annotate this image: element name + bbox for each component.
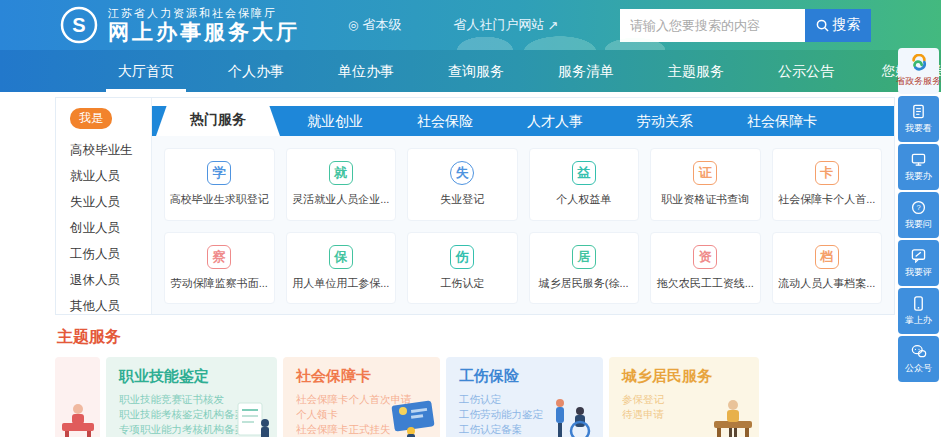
- sidebar-item-other[interactable]: 其他人员: [70, 298, 151, 315]
- bench-person-illustration-icon: [60, 397, 96, 437]
- search-button-label: 搜索: [833, 16, 861, 34]
- portal-page: S 江苏省人力资源和社会保障厅 网上办事服务大厅 ◎ 省本级 省人社门户网站 ↗…: [0, 0, 941, 437]
- archive-doc-icon: 档: [815, 245, 839, 269]
- service-card[interactable]: 益 个人权益单: [529, 148, 640, 221]
- tab-labor-relations[interactable]: 劳动关系: [610, 106, 720, 136]
- main-nav: 大厅首页 个人办事 单位办事 查询服务 服务清单 主题服务 公示公告 您好！请登…: [0, 50, 941, 92]
- theme-card-partial[interactable]: [55, 357, 100, 437]
- location-pin-icon: ◎: [348, 18, 358, 32]
- nav-item-service-list[interactable]: 服务清单: [552, 50, 620, 92]
- service-label: 高校毕业生求职登记: [170, 192, 269, 207]
- theme-card-social-card[interactable]: 社会保障卡 社会保障卡个人首次申请 个人领卡 社会保障卡正式挂失: [283, 357, 440, 437]
- service-card[interactable]: 失 失业登记: [407, 148, 518, 221]
- identity-badge: 我是: [70, 108, 112, 129]
- question-bubble-icon: ?: [911, 200, 926, 215]
- service-card[interactable]: 学 高校毕业生求职登记: [164, 148, 275, 221]
- portal-name: 网上办事服务大厅: [108, 20, 300, 44]
- certificate-person-illustration-icon: [232, 401, 274, 437]
- service-label: 工伤认定: [440, 276, 484, 291]
- service-card[interactable]: 伤 工伤认定: [407, 232, 518, 305]
- sidebar-item-employed[interactable]: 就业人员: [70, 168, 151, 185]
- employer-insurance-icon: 保: [329, 245, 353, 269]
- quickbar-mobile[interactable]: 掌上办: [898, 288, 939, 334]
- rights-record-icon: 益: [572, 161, 596, 185]
- quickbar-ask[interactable]: ? 我要问: [898, 192, 939, 238]
- region-label: 省本级: [362, 16, 401, 34]
- service-label: 用人单位用工参保...: [292, 276, 389, 291]
- service-card[interactable]: 察 劳动保障监察书面...: [164, 232, 275, 305]
- theme-services-title: 主题服务: [57, 327, 895, 348]
- flexible-employment-doc-icon: 就: [329, 161, 353, 185]
- theme-card-title: 职业技能鉴定: [119, 367, 277, 386]
- quickbar-gov-services[interactable]: 省政务服务: [898, 48, 939, 94]
- theme-card-title: 工伤保险: [459, 367, 603, 386]
- service-card[interactable]: 居 城乡居民服务(徐...: [529, 232, 640, 305]
- service-card[interactable]: 证 职业资格证书查询: [650, 148, 761, 221]
- theme-card-skill-appraisal[interactable]: 职业技能鉴定 职业技能竞赛证书核发 职业技能考核鉴定机构备案 专项职业能力考核机…: [106, 357, 277, 437]
- service-card[interactable]: 卡 社会保障卡个人首...: [772, 148, 883, 221]
- graduation-cap-icon: 学: [207, 161, 231, 185]
- theme-card-work-injury[interactable]: 工伤保险 工伤认定 工伤劳动能力鉴定 工伤认定备案: [446, 357, 603, 437]
- service-label: 灵活就业人员企业...: [292, 192, 389, 207]
- nav-item-theme[interactable]: 主题服务: [662, 50, 730, 92]
- tab-talent[interactable]: 人才人事: [500, 106, 610, 136]
- service-label: 个人权益单: [556, 192, 611, 207]
- quickbar-handle[interactable]: 我要办: [898, 144, 939, 190]
- quickbar-label: 掌上办: [905, 314, 932, 327]
- header-decoration: [455, 24, 665, 50]
- service-label: 城乡居民服务(徐...: [539, 276, 629, 291]
- svg-text:?: ?: [916, 203, 920, 212]
- nav-item-announcements[interactable]: 公示公告: [772, 50, 840, 92]
- quickbar-wechat[interactable]: 公众号: [898, 336, 939, 382]
- region-selector[interactable]: ◎ 省本级: [348, 16, 401, 34]
- nav-item-personal[interactable]: 个人办事: [222, 50, 290, 92]
- search-button[interactable]: 搜索: [805, 9, 871, 42]
- wage-envelope-icon: 资: [693, 245, 717, 269]
- monitor-icon: [911, 152, 926, 167]
- gov-service-logo-icon: [910, 54, 928, 72]
- org-name: 江苏省人力资源和社会保障厅: [108, 6, 300, 20]
- tab-social-card[interactable]: 社会保障卡: [720, 106, 844, 136]
- quickbar-label: 我要看: [905, 122, 932, 135]
- service-panel: 热门服务 就业创业 社会保险 人才人事 劳动关系 社会保障卡 学 高校毕业生求职…: [152, 98, 894, 314]
- quickbar: 省政务服务 我要看 我要办 ? 我要问: [898, 48, 939, 382]
- header: S 江苏省人力资源和社会保障厅 网上办事服务大厅 ◎ 省本级 省人社门户网站 ↗…: [0, 0, 941, 50]
- sidebar-item-graduate[interactable]: 高校毕业生: [70, 142, 151, 159]
- service-card[interactable]: 资 拖欠农民工工资线...: [650, 232, 761, 305]
- quickbar-label: 公众号: [905, 362, 932, 375]
- service-card[interactable]: 就 灵活就业人员企业...: [286, 148, 397, 221]
- tab-social-insurance[interactable]: 社会保险: [390, 106, 500, 136]
- work-injury-person-icon: 伤: [450, 245, 474, 269]
- wechat-icon: [911, 344, 927, 359]
- service-label: 劳动保障监察书面...: [171, 276, 268, 291]
- sidebar-item-unemployed[interactable]: 失业人员: [70, 194, 151, 211]
- quickbar-label: 省政务服务: [896, 75, 941, 88]
- search-icon: [816, 19, 829, 32]
- sidebar-item-entrepreneur[interactable]: 创业人员: [70, 220, 151, 237]
- sidebar-item-retired[interactable]: 退休人员: [70, 272, 151, 289]
- service-card[interactable]: 保 用人单位用工参保...: [286, 232, 397, 305]
- service-label: 职业资格证书查询: [661, 192, 749, 207]
- elderly-bench-illustration-icon: [710, 397, 756, 437]
- nav-item-query[interactable]: 查询服务: [442, 50, 510, 92]
- resident-service-doc-icon: 居: [572, 245, 596, 269]
- unemployment-circle-icon: 失: [450, 161, 474, 185]
- tab-employment[interactable]: 就业创业: [280, 106, 390, 136]
- quickbar-review[interactable]: 我要评: [898, 240, 939, 286]
- phone-icon: [911, 296, 926, 311]
- tab-hot-services[interactable]: 热门服务: [156, 102, 280, 136]
- comment-edit-icon: [911, 248, 926, 263]
- theme-services-section: 主题服务 职业技能鉴定 职业技能竞赛证书核发 职业技能考核鉴定机构备案 专项职业…: [55, 327, 895, 437]
- service-tabbar: 热门服务 就业创业 社会保险 人才人事 劳动关系 社会保障卡: [152, 106, 894, 136]
- nav-item-employer[interactable]: 单位办事: [332, 50, 400, 92]
- theme-card-title: 城乡居民服务: [622, 367, 759, 386]
- hrss-logo-icon: S: [60, 6, 98, 44]
- social-security-card-icon: 卡: [815, 161, 839, 185]
- nav-item-home[interactable]: 大厅首页: [112, 50, 180, 92]
- service-label: 流动人员人事档案...: [778, 276, 875, 291]
- quickbar-view[interactable]: 我要看: [898, 96, 939, 142]
- sidebar-item-injured[interactable]: 工伤人员: [70, 246, 151, 263]
- service-card[interactable]: 档 流动人员人事档案...: [772, 232, 883, 305]
- theme-card-resident-services[interactable]: 城乡居民服务 参保登记 待遇申请: [609, 357, 759, 437]
- service-label: 失业登记: [440, 192, 484, 207]
